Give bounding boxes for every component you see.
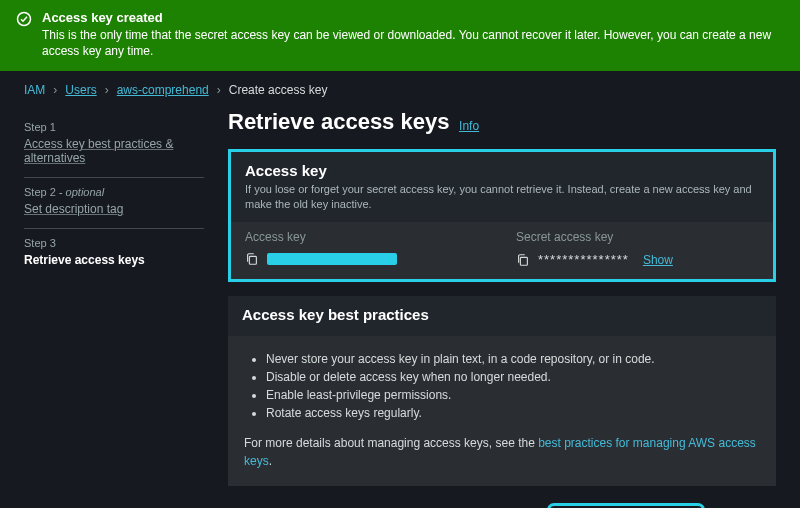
svg-rect-2: [520, 257, 527, 265]
access-key-column: Access key: [231, 222, 502, 279]
action-bar: Download .csv file Done: [228, 500, 776, 508]
chevron-right-icon: ›: [105, 83, 109, 97]
breadcrumb: IAM › Users › aws-comprehend › Create ac…: [0, 71, 800, 105]
banner-title: Access key created: [42, 10, 784, 25]
chevron-right-icon: ›: [53, 83, 57, 97]
step-1[interactable]: Step 1 Access key best practices & alter…: [24, 113, 204, 178]
success-banner: Access key created This is the only time…: [0, 0, 800, 71]
info-link[interactable]: Info: [459, 119, 479, 133]
secret-key-masked: ***************: [538, 252, 629, 267]
main-content: Retrieve access keys Info Access key If …: [228, 105, 776, 508]
breadcrumb-user-name[interactable]: aws-comprehend: [117, 83, 209, 97]
step-2[interactable]: Step 2 - optional Set description tag: [24, 178, 204, 229]
list-item: Disable or delete access key when no lon…: [266, 368, 760, 386]
list-item: Enable least-privilege permissions.: [266, 386, 760, 404]
chevron-right-icon: ›: [217, 83, 221, 97]
svg-rect-1: [249, 256, 256, 264]
step-label: Step 2 - optional: [24, 186, 204, 198]
list-item: Never store your access key in plain tex…: [266, 350, 760, 368]
step-name: Set description tag: [24, 202, 204, 216]
check-circle-icon: [16, 11, 32, 27]
best-practices-list: Never store your access key in plain tex…: [244, 350, 760, 422]
access-key-label: Access key: [245, 230, 488, 244]
list-item: Rotate access keys regularly.: [266, 404, 760, 422]
secret-key-label: Secret access key: [516, 230, 759, 244]
access-key-value-redacted: [267, 253, 397, 265]
banner-desc: This is the only time that the secret ac…: [42, 27, 784, 59]
best-practices-panel: Access key best practices Never store yo…: [228, 296, 776, 486]
copy-icon[interactable]: [516, 253, 530, 267]
access-key-panel-title: Access key: [245, 162, 759, 179]
step-3: Step 3 Retrieve access keys: [24, 229, 204, 279]
access-key-panel-desc: If you lose or forget your secret access…: [245, 182, 759, 212]
copy-icon[interactable]: [245, 252, 259, 266]
wizard-steps-sidebar: Step 1 Access key best practices & alter…: [24, 105, 204, 508]
breadcrumb-current: Create access key: [229, 83, 328, 97]
breadcrumb-iam[interactable]: IAM: [24, 83, 45, 97]
access-key-panel: Access key If you lose or forget your se…: [228, 149, 776, 282]
secret-key-column: Secret access key *************** Show: [502, 222, 773, 279]
step-label: Step 1: [24, 121, 204, 133]
step-label: Step 3: [24, 237, 204, 249]
step-name-active: Retrieve access keys: [24, 253, 204, 267]
show-secret-link[interactable]: Show: [643, 253, 673, 267]
breadcrumb-users[interactable]: Users: [65, 83, 96, 97]
best-practices-more: For more details about managing access k…: [244, 434, 760, 470]
page-title: Retrieve access keys: [228, 109, 449, 135]
step-name: Access key best practices & alternatives: [24, 137, 204, 165]
best-practices-title: Access key best practices: [242, 306, 762, 323]
